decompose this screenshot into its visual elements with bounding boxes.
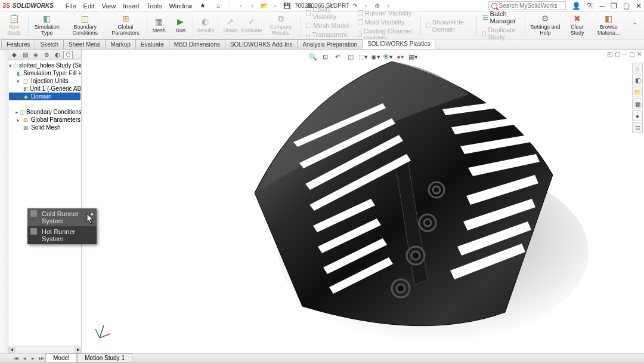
scroll-right-icon[interactable]: ▸ bbox=[75, 347, 82, 353]
bottom-tabs: ⏮ ◂ ▸ ⏭ Model Motion Study 1 bbox=[0, 353, 644, 362]
collapse-ribbon-icon[interactable]: ⌃ bbox=[627, 19, 642, 32]
new-study-button: 📋New Study bbox=[2, 13, 26, 38]
vp-control-2[interactable]: ▢ bbox=[615, 51, 620, 57]
horizontal-scrollbar[interactable]: ◂ ▸ bbox=[8, 346, 82, 353]
global-parameters-button[interactable]: ⊞Global Parameters bbox=[107, 13, 145, 38]
menu-window[interactable]: Window bbox=[165, 1, 196, 11]
open-icon[interactable]: 📂 bbox=[259, 1, 269, 11]
bottom-tab-model[interactable]: Model bbox=[45, 353, 77, 362]
fm-tab-plastics[interactable]: ⬡ bbox=[63, 51, 73, 59]
tab-mbd-dimensions[interactable]: MBD Dimensions bbox=[169, 39, 225, 49]
tab-features[interactable]: Features bbox=[1, 39, 35, 49]
tab-analysis-preparation[interactable]: Analysis Preparation bbox=[297, 39, 363, 49]
menu-edit[interactable]: Edit bbox=[80, 1, 98, 11]
graphics-viewport[interactable]: 🔍 ⊡ ↶ ◫ ⬚▾ ◉▾ 👁▾ ●▾ ▦▾ ◰ ▢ ─ ▢ ✕ ⌂ ◧ 📁 ▦… bbox=[82, 50, 644, 353]
command-tabs: Features Sketch Sheet Metal Markup Evalu… bbox=[0, 39, 644, 50]
task-pane-tabs: ⌂ ◧ 📁 ▦ ● ☰ bbox=[632, 63, 643, 133]
minimize-icon[interactable]: ─ bbox=[599, 2, 605, 10]
simulation-type-button[interactable]: ◧Simulation Type bbox=[30, 13, 64, 38]
login-icon[interactable]: 👤 bbox=[572, 2, 581, 10]
document-title: 700250065.SLDPRT bbox=[295, 2, 349, 9]
main-area: ◆ ▤ ◈ ⊕ ◐ ⬡ ▾⬡slotted_holes Study (Singl… bbox=[0, 50, 644, 353]
tab-evaluate[interactable]: Evaluate bbox=[135, 39, 169, 49]
model-graphic bbox=[171, 56, 589, 348]
search-input[interactable] bbox=[499, 2, 564, 9]
browse-material-button[interactable]: ◧Browse Materia... bbox=[591, 13, 627, 38]
restore-icon[interactable]: ❐ bbox=[611, 2, 617, 10]
run-button[interactable]: ▶Run bbox=[170, 13, 191, 38]
share-button: ↗Share bbox=[220, 13, 241, 38]
tree-domain[interactable]: ▸◆Domain bbox=[9, 93, 80, 100]
svg-point-2 bbox=[433, 186, 440, 193]
fm-tab-3[interactable]: ◈ bbox=[31, 51, 41, 59]
svg-point-6 bbox=[411, 251, 420, 260]
feature-manager-panel: ◆ ▤ ◈ ⊕ ◐ ⬡ ▾⬡slotted_holes Study (Singl… bbox=[8, 50, 82, 353]
batch-manager-button[interactable]: ☰Batch Manager bbox=[481, 10, 521, 25]
tree-solid-mesh[interactable]: ▦Solid Mesh bbox=[9, 124, 80, 131]
domain-group: Show/Hide Domain bbox=[423, 13, 475, 38]
menu-insert[interactable]: Insert bbox=[119, 1, 143, 11]
vp-minimize[interactable]: ─ bbox=[623, 51, 627, 57]
vp-close[interactable]: ✕ bbox=[637, 51, 642, 57]
save-icon[interactable]: 💾 bbox=[282, 1, 292, 11]
fm-tab-4[interactable]: ⊕ bbox=[42, 51, 51, 59]
tp-view-palette-icon[interactable]: ▦ bbox=[632, 99, 643, 109]
search-box[interactable] bbox=[488, 1, 566, 10]
tab-sheet-metal[interactable]: Sheet Metal bbox=[63, 39, 106, 49]
scroll-left-icon[interactable]: ◂ bbox=[8, 347, 16, 353]
viewport-window-controls: ◰ ▢ ─ ▢ ✕ bbox=[607, 51, 642, 57]
tab-list-first-icon[interactable]: ⏮ bbox=[12, 355, 20, 361]
vp-maximize[interactable]: ▢ bbox=[629, 51, 634, 57]
tree-injection-units[interactable]: ▾◫Injection Units bbox=[9, 77, 80, 85]
fm-tab-2[interactable]: ▤ bbox=[20, 51, 30, 59]
menu-overflow[interactable]: ★ bbox=[196, 1, 209, 11]
tree-domain-child[interactable]: ▫ bbox=[9, 100, 80, 108]
ribbon: 📋New Study ◧Simulation Type ◫Boundary Co… bbox=[0, 12, 644, 39]
tree-global-parameters[interactable]: ▸⊞Global Parameters bbox=[9, 116, 80, 124]
bottom-tab-motion-study[interactable]: Motion Study 1 bbox=[77, 353, 132, 362]
fm-tab-5[interactable]: ◐ bbox=[52, 51, 62, 59]
menu-file[interactable]: File bbox=[62, 1, 80, 11]
new-icon[interactable]: ▫ bbox=[237, 1, 246, 11]
tab-sketch[interactable]: Sketch bbox=[35, 39, 64, 49]
visibility-group-1: Cavity Visibility Mesh Model Transparent… bbox=[302, 13, 353, 38]
tree-unit1[interactable]: ◧Unit 1 (-Generic ABS-) bbox=[9, 85, 80, 93]
vp-control-1[interactable]: ◰ bbox=[607, 51, 612, 57]
tab-list-last-icon[interactable]: ⏭ bbox=[37, 355, 45, 361]
menu-view[interactable]: View bbox=[98, 1, 120, 11]
tp-appearances-icon[interactable]: ● bbox=[632, 110, 643, 121]
tab-solidworks-addins[interactable]: SOLIDWORKS Add-Ins bbox=[225, 39, 298, 49]
orientation-triad[interactable] bbox=[94, 323, 112, 341]
compare-results-button: ⧉Compare Results bbox=[263, 13, 299, 38]
tree-root[interactable]: ▾⬡slotted_holes Study (Single Material ) bbox=[9, 61, 80, 69]
home-icon[interactable]: ⌂ bbox=[214, 1, 224, 11]
mold-visibility-toggle: Mold Visibility bbox=[357, 18, 416, 26]
maximize-icon[interactable]: ▢ bbox=[623, 2, 630, 10]
duplicate-study-button: Duplicate Study bbox=[481, 26, 521, 41]
close-icon[interactable]: ✕ bbox=[636, 2, 642, 10]
plastics-tree: ▾⬡slotted_holes Study (Single Material )… bbox=[8, 60, 81, 353]
tp-file-explorer-icon[interactable]: 📁 bbox=[632, 87, 643, 97]
ctx-hot-runner-system[interactable]: Hot Runner System bbox=[27, 226, 97, 244]
tab-markup[interactable]: Markup bbox=[105, 39, 135, 49]
help-icon[interactable]: ?⃝ bbox=[587, 2, 593, 10]
menu-tools[interactable]: Tools bbox=[143, 1, 166, 11]
tp-custom-props-icon[interactable]: ☰ bbox=[632, 122, 643, 133]
tree-simulation-type[interactable]: ◧Simulation Type: Fill + Pack bbox=[9, 69, 80, 77]
fm-tab-1[interactable]: ◆ bbox=[10, 51, 19, 59]
clear-study-button[interactable]: ✖Clear Study bbox=[564, 13, 590, 38]
svg-line-10 bbox=[95, 329, 100, 338]
tp-resources-icon[interactable]: ⌂ bbox=[632, 63, 643, 73]
evaluate-button: ✓Evaluate bbox=[242, 13, 262, 38]
tab-list-prev-icon[interactable]: ◂ bbox=[20, 355, 29, 361]
tab-solidworks-plastics[interactable]: SOLIDWORKS Plastics bbox=[362, 39, 435, 49]
tree-boundary-conditions[interactable]: ▸◫Boundary Conditions bbox=[9, 108, 80, 116]
ctx-cold-runner-system[interactable]: Cold Runner System▸ bbox=[27, 208, 97, 226]
left-rail[interactable] bbox=[0, 50, 8, 353]
tp-design-library-icon[interactable]: ◧ bbox=[632, 75, 643, 85]
visibility-group-2: Runner Visibility Mold Visibility Coolin… bbox=[354, 13, 419, 38]
mesh-button[interactable]: ▦Mesh bbox=[148, 13, 169, 38]
tab-list-next-icon[interactable]: ▸ bbox=[29, 355, 37, 361]
boundary-conditions-button[interactable]: ◫Boundary Conditions bbox=[64, 13, 106, 38]
settings-help-button[interactable]: ⚙Settings and Help bbox=[527, 13, 564, 38]
